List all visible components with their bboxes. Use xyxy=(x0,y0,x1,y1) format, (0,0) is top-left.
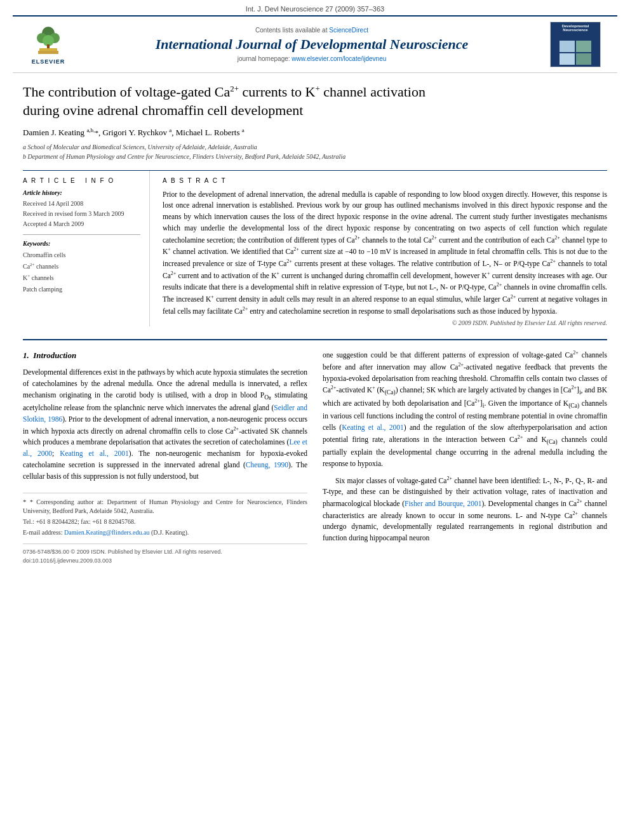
journal-cover-area: DevelopmentalNeuroscience xyxy=(550,22,607,67)
authors-line: Damien J. Keating a,b,*, Grigori Y. Rych… xyxy=(23,127,607,138)
journal-ref-text: Int. J. Devl Neuroscience 27 (2009) 357–… xyxy=(246,5,384,13)
info-divider xyxy=(23,234,140,235)
body-left-column: 1. Introduction Developmental difference… xyxy=(23,349,307,566)
ref-cheung[interactable]: Cheung, 1990 xyxy=(246,461,288,469)
keywords-list: Chromaffin cells Ca2+ channels K+ channe… xyxy=(23,250,140,296)
ref-keating2001b[interactable]: Keating et al., 2001 xyxy=(342,423,404,431)
affiliations: a School of Molecular and Biomedical Sci… xyxy=(23,142,607,161)
right-para2: Six major classes of voltage-gated Ca2+ … xyxy=(323,475,607,544)
revised-date: Received in revised form 3 March 2009 xyxy=(23,209,140,219)
header-center: Contents lists available at ScienceDirec… xyxy=(74,27,550,62)
keywords-section: Keywords: Chromaffin cells Ca2+ channels… xyxy=(23,240,140,296)
ref-keating2001[interactable]: Keating et al., 2001 xyxy=(60,450,129,457)
tel-footnote: Tel.: +61 8 82044282; fax: +61 8 8204576… xyxy=(23,517,307,526)
page-wrapper: Int. J. Devl Neuroscience 27 (2009) 357–… xyxy=(0,0,630,576)
body-right-column: one suggestion could be that different p… xyxy=(323,349,607,566)
elsevier-logo-area: ELSEVIER xyxy=(23,24,74,65)
svg-rect-7 xyxy=(39,48,57,51)
ref-fisher[interactable]: Fisher and Bourque, 2001 xyxy=(405,500,481,507)
sciencedirect-link[interactable]: ScienceDirect xyxy=(329,27,368,34)
keywords-label: Keywords: xyxy=(23,240,140,247)
abstract-heading: A B S T R A C T xyxy=(163,177,607,184)
intro-title: 1. Introduction xyxy=(23,349,307,362)
left-column: A R T I C L E I N F O Article history: R… xyxy=(23,171,150,327)
affiliation-b: b Department of Human Physiology and Cen… xyxy=(23,152,607,161)
accepted-date: Accepted 4 March 2009 xyxy=(23,219,140,229)
header-banner: ELSEVIER Contents lists available at Sci… xyxy=(13,15,617,73)
article-info-abstract: A R T I C L E I N F O Article history: R… xyxy=(23,170,607,327)
abstract-text: Prior to the development of adrenal inne… xyxy=(163,189,607,317)
body-columns: 1. Introduction Developmental difference… xyxy=(23,349,607,566)
elsevier-logo: ELSEVIER xyxy=(23,24,74,65)
issn-line: 0736-5748/$36.00 © 2009 ISDN. Published … xyxy=(23,548,307,557)
journal-title: International Journal of Developmental N… xyxy=(74,36,550,53)
article-info-heading: A R T I C L E I N F O xyxy=(23,177,140,184)
doi-line: doi:10.1016/j.ijdevneu.2009.03.003 xyxy=(23,557,307,566)
intro-para1: Developmental differences exist in the p… xyxy=(23,367,307,482)
affiliation-a: a School of Molecular and Biomedical Sci… xyxy=(23,142,607,152)
elsevier-tree-icon xyxy=(32,24,65,57)
history-label: Article history: xyxy=(23,189,140,196)
journal-cover-image: DevelopmentalNeuroscience xyxy=(550,22,601,67)
corresponding-footnote: * * Corresponding author at: Department … xyxy=(23,497,307,516)
article-content: The contribution of voltage-gated Ca2+ c… xyxy=(0,73,630,576)
contents-available: Contents lists available at ScienceDirec… xyxy=(74,27,550,34)
journal-homepage: journal homepage: www.elsevier.com/locat… xyxy=(74,55,550,62)
elsevier-text: ELSEVIER xyxy=(32,58,65,65)
abstract-column: A B S T R A C T Prior to the development… xyxy=(163,171,607,327)
right-para1: one suggestion could be that different p… xyxy=(323,349,607,469)
body-content: 1. Introduction Developmental difference… xyxy=(23,339,607,566)
article-title: The contribution of voltage-gated Ca2+ c… xyxy=(23,83,607,119)
svg-rect-6 xyxy=(38,51,58,54)
bottom-bar: 0736-5748/$36.00 © 2009 ISDN. Published … xyxy=(23,543,307,566)
ref-seidler[interactable]: Seidler and Slotkin, 1986 xyxy=(23,404,307,423)
email-footnote: E-mail address: Damien.Keating@flinders.… xyxy=(23,528,307,537)
copyright-line: © 2009 ISDN. Published by Elsevier Ltd. … xyxy=(163,319,607,326)
received-date: Received 14 April 2008 xyxy=(23,199,140,209)
journal-reference: Int. J. Devl Neuroscience 27 (2009) 357–… xyxy=(0,0,630,15)
footnotes: * * Corresponding author at: Department … xyxy=(23,493,307,537)
journal-url[interactable]: www.elsevier.com/locate/ijdevneu xyxy=(292,55,386,62)
email-link[interactable]: Damien.Keating@flinders.edu.au xyxy=(64,529,149,536)
